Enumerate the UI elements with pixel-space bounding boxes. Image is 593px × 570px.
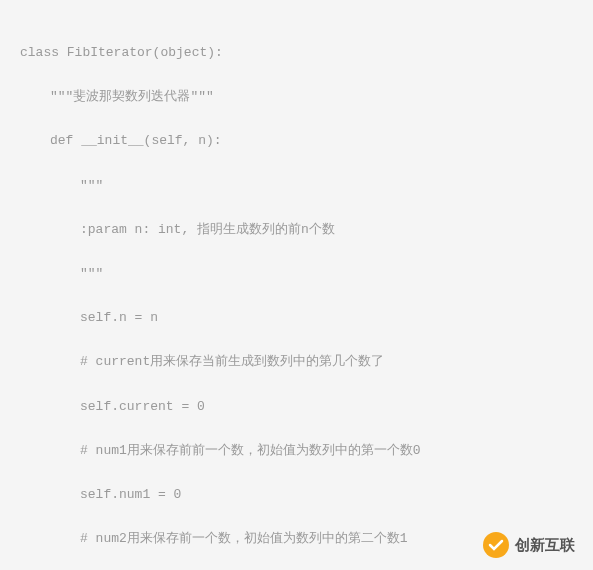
code-line: # current用来保存当前生成到数列中的第几个数了 (20, 351, 573, 373)
code-line: self.current = 0 (20, 396, 573, 418)
code-line: """ (20, 263, 573, 285)
watermark-text: 创新互联 (515, 532, 575, 558)
code-line: """斐波那契数列迭代器""" (20, 86, 573, 108)
code-line: # num1用来保存前前一个数，初始值为数列中的第一个数0 (20, 440, 573, 462)
code-block: class FibIterator(object): """斐波那契数列迭代器"… (20, 20, 573, 570)
code-line: self.n = n (20, 307, 573, 329)
code-line: def __init__(self, n): (20, 130, 573, 152)
code-line: self.num1 = 0 (20, 484, 573, 506)
watermark: 创新互联 (483, 532, 575, 558)
watermark-logo-icon (483, 532, 509, 558)
code-line: :param n: int, 指明生成数列的前n个数 (20, 219, 573, 241)
code-line: """ (20, 175, 573, 197)
code-line: class FibIterator(object): (20, 42, 573, 64)
